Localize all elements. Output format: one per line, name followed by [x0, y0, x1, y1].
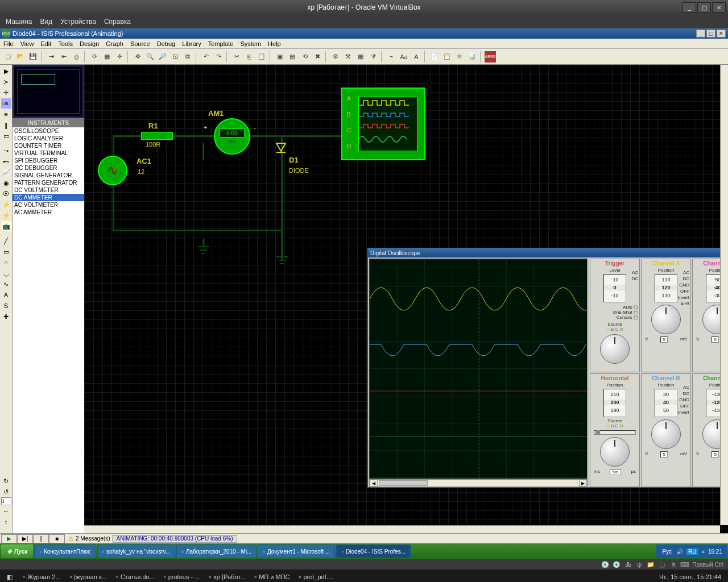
instrument-item[interactable]: DC VOLTMETER [13, 186, 84, 194]
guest-minimize-button[interactable]: _ [696, 30, 705, 38]
scale-knob[interactable] [651, 305, 681, 334]
host-taskbar-item[interactable]: ▫prot_pdf.... [295, 572, 338, 581]
instrument-item[interactable]: AC VOLTMETER [13, 201, 84, 209]
host-menu-devices[interactable]: Устройства [60, 18, 96, 26]
instrument-item[interactable]: VIRTUAL TERMINAL [13, 149, 84, 157]
path-mode-icon[interactable]: ∿ [1, 279, 11, 289]
pause-button[interactable]: || [33, 534, 49, 543]
undo-icon[interactable]: ↶ [200, 51, 212, 63]
diode-d1[interactable] [275, 142, 287, 156]
zoom-area-icon[interactable]: ⧉ [182, 51, 193, 63]
status-messages[interactable]: 2 Message(s) [76, 535, 110, 542]
instrument-item[interactable]: OSCILLOSCOPE [13, 127, 84, 135]
step-button[interactable]: ▶| [17, 534, 33, 543]
position-dial[interactable]: 304050 [655, 389, 677, 417]
label-mode-icon[interactable]: LBL [1, 98, 11, 109]
instrument-item[interactable]: DC AMMETER [13, 194, 84, 201]
host-minimize-button[interactable]: _ [682, 2, 696, 13]
property-icon[interactable]: A [411, 51, 422, 63]
ac-source-ac1[interactable]: ∿ [98, 156, 127, 185]
position-dial[interactable]: -100-10 [603, 274, 626, 302]
new-file-icon[interactable]: ▢ [2, 51, 14, 63]
arc-mode-icon[interactable]: ◡ [1, 268, 11, 278]
vb-display-icon[interactable]: ▢ [658, 560, 666, 568]
instrument-item[interactable]: SIGNAL GENERATOR [13, 172, 84, 179]
import-icon[interactable]: ⇥ [46, 51, 57, 63]
play-button[interactable]: ▶ [1, 534, 17, 543]
position-dial[interactable]: 210200190 [603, 389, 626, 417]
block-rotate-icon[interactable]: ⟲ [299, 51, 311, 63]
guest-close-button[interactable]: ✕ [717, 30, 726, 38]
vb-cd-icon[interactable]: 💿 [613, 560, 621, 568]
ground-symbol-2[interactable] [275, 249, 289, 266]
pan-icon[interactable]: ✥ [132, 51, 143, 63]
menu-source[interactable]: Source [130, 40, 150, 47]
resistor-r1[interactable] [141, 132, 173, 140]
probe-v-icon[interactable]: ⚡ [1, 199, 11, 210]
zoom-in-icon[interactable]: 🔍 [144, 51, 156, 63]
netlist-icon[interactable]: ⚛ [454, 51, 465, 63]
host-taskbar-item[interactable]: ▫[журнал к... [65, 572, 111, 581]
text2d-mode-icon[interactable]: A [1, 290, 11, 300]
graph-mode-icon[interactable]: 📈 [1, 167, 11, 177]
host-taskbar-item[interactable]: ▫Журнал 2... [18, 572, 65, 581]
host-menu-help[interactable]: Справка [104, 18, 131, 26]
vb-hostkey-icon[interactable]: ⌨ [681, 560, 689, 568]
vb-mouse-icon[interactable]: 🖱 [669, 560, 677, 568]
make-device-icon[interactable]: ⚒ [342, 51, 354, 63]
box-mode-icon[interactable]: ▭ [1, 247, 11, 257]
menu-template[interactable]: Template [208, 40, 234, 47]
host-taskbar-item[interactable]: ▫МП и МПС [250, 572, 294, 581]
host-taskbar-item[interactable]: ▫Статья.do... [111, 572, 159, 581]
vb-net-icon[interactable]: 🖧 [624, 560, 632, 568]
bom-icon[interactable]: 📊 [466, 51, 478, 63]
host-menu-view[interactable]: Вид [40, 18, 52, 26]
host-taskbar-item[interactable]: ▫xp [Работ... [204, 572, 250, 581]
menu-design[interactable]: Design [80, 40, 99, 47]
vb-hdd-icon[interactable]: 💽 [601, 560, 609, 568]
menu-system[interactable]: System [240, 40, 261, 47]
save-file-icon[interactable]: 💾 [27, 51, 39, 63]
redo-icon[interactable]: ↷ [213, 51, 224, 63]
host-clock[interactable]: Чт., 15 сент., 15:21:44 [659, 573, 721, 580]
rotate-cw-icon[interactable]: ↻ [1, 476, 11, 486]
package-icon[interactable]: ▦ [355, 51, 366, 63]
stop-button[interactable]: ■ [49, 534, 65, 543]
export-icon[interactable]: ⇤ [58, 51, 69, 63]
host-taskbar-item[interactable]: ▫proteus - ... [159, 572, 205, 581]
menu-view[interactable]: View [20, 40, 34, 47]
ground-symbol[interactable] [197, 239, 210, 256]
tray-lang-badge[interactable]: RU [686, 548, 698, 555]
instrument-item[interactable]: PATTERN GENERATOR [13, 179, 84, 186]
mirror-h-icon[interactable]: ↔ [1, 506, 11, 516]
taskbar-item[interactable]: ▫Документ1 - Microsoft ... [258, 544, 335, 558]
mirror-v-icon[interactable]: ↕ [1, 517, 11, 527]
guest-maximize-button[interactable]: ▢ [706, 30, 715, 38]
rotate-ccw-icon[interactable]: ↺ [1, 487, 11, 497]
zoom-out-icon[interactable]: 🔎 [157, 51, 168, 63]
schematic-canvas[interactable]: R1 100R AM1 0.00 mA + - AC1 12 ∿ D1 DIOD… [84, 65, 728, 533]
copy-icon[interactable]: ⎘ [243, 51, 255, 63]
instrument-item[interactable]: SPI DEBUGGER [13, 157, 84, 164]
overview-panel[interactable] [13, 65, 84, 118]
instrument-item[interactable]: COUNTER TIMER [13, 142, 84, 149]
canvas-horizontal-scrollbar[interactable] [84, 525, 720, 533]
marker-mode-icon[interactable]: ✚ [1, 311, 11, 322]
tape-mode-icon[interactable]: ◉ [1, 178, 11, 188]
rotation-angle-input[interactable] [1, 497, 11, 505]
taskbar-item[interactable]: ▫КонсультантПлюс [34, 544, 96, 558]
menu-file[interactable]: File [3, 40, 14, 47]
probe-i-icon[interactable]: ⚡ [1, 210, 11, 221]
menu-library[interactable]: Library [182, 40, 201, 47]
refresh-icon[interactable]: ⟳ [89, 51, 100, 63]
junction-mode-icon[interactable]: ✛ [1, 88, 11, 98]
circle-mode-icon[interactable]: ○ [1, 257, 11, 268]
vb-shared-icon[interactable]: 📁 [647, 560, 655, 568]
taskbar-item[interactable]: ▫Лабораторки_2010 - Mi... [176, 544, 257, 558]
block-copy-icon[interactable]: ▣ [274, 51, 286, 63]
scale-knob[interactable] [600, 437, 630, 467]
host-show-desktop-icon[interactable]: ◧ [2, 572, 17, 582]
report-icon[interactable]: 📄 [429, 51, 440, 63]
scope-crt[interactable] [369, 259, 588, 479]
open-file-icon[interactable]: 📂 [15, 51, 26, 63]
